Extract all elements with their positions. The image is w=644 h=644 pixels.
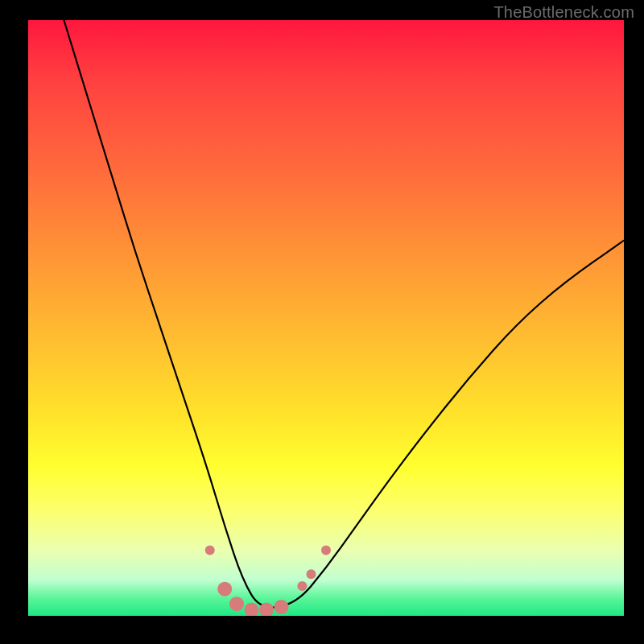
highlight-dot <box>321 546 331 555</box>
bottleneck-curve <box>64 20 624 608</box>
highlight-dot <box>229 597 244 611</box>
curve-layer <box>28 20 624 616</box>
highlight-dot <box>275 600 289 614</box>
watermark-text: TheBottleneck.com <box>493 3 634 22</box>
plot-area <box>28 20 624 616</box>
highlight-dot <box>259 603 274 616</box>
highlight-dot <box>245 603 259 616</box>
highlight-dot <box>307 569 316 579</box>
chart-frame: TheBottleneck.com <box>0 0 644 644</box>
highlight-dot <box>297 581 307 591</box>
highlight-dot <box>217 582 232 597</box>
highlight-dots <box>205 546 331 616</box>
highlight-dot <box>205 546 215 555</box>
